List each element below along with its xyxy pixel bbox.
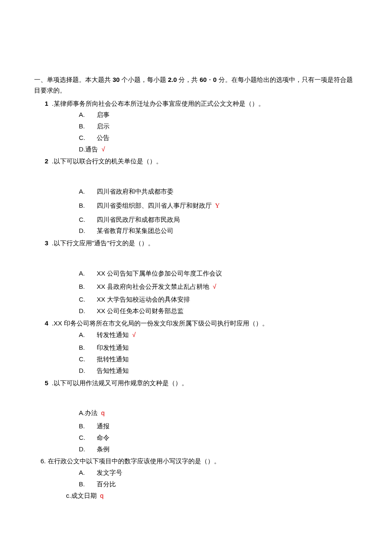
section-intro: 一、单项选择题。本大题共 30 个小题，每小题 2.0 分，共 60・0 分。在…: [34, 75, 358, 96]
question-6: 6.在行政公文中以下项目中的数字应该使用小写汉字的是（）。: [40, 456, 358, 467]
option-text: 转发性通知: [97, 331, 129, 338]
option-text: XX 大学告知校运动会的具体安排: [97, 296, 190, 303]
intro-text: 分，共: [177, 76, 199, 83]
options-q5: A.办法 q B.通报 C.命令 D.条例: [79, 408, 358, 454]
intro-dot: ・: [207, 76, 213, 83]
options-q3: A.XX 公司告知下属单位参加公司年度工作会议 B.XX 县政府向社会公开发文禁…: [79, 268, 358, 317]
option-letter: C.: [79, 354, 97, 365]
intro-text: 一、单项选择题。本大题共: [34, 76, 112, 83]
option-text: XX 县政府向社会公开发文禁止乱占耕地: [97, 283, 209, 290]
option-letter: A.: [79, 468, 97, 478]
question-number: 4: [45, 320, 48, 327]
option-letter: B.: [79, 343, 97, 353]
option-text: 告知性通知: [97, 367, 129, 374]
question-stem: .以下可以用作法规又可用作规章的文种是（）。: [50, 379, 187, 386]
check-icon: q: [98, 492, 104, 499]
question-1: 1 .某律师事务所向社会公布本所迁址办公事宜应使用的正式公文文种是（）。: [45, 99, 358, 109]
check-icon: √: [130, 331, 135, 338]
option-letter: A.: [79, 110, 97, 120]
option-letter: D.: [79, 306, 97, 317]
question-stem: .某律师事务所向社会公布本所迁址办公事宜应使用的正式公文文种是（）。: [50, 100, 264, 107]
option-text: 成文日期: [71, 492, 97, 499]
check-icon: √: [211, 283, 216, 290]
option-text: 发文字号: [97, 469, 122, 476]
option-letter: D.: [79, 444, 97, 455]
option-text: 条例: [97, 445, 110, 453]
question-stem: .以下可以联合行文的机关单位是（）。: [50, 157, 162, 165]
option-text: 公告: [97, 134, 110, 141]
option-letter: C.: [79, 294, 97, 305]
question-4: 4 .XX 印务公司将所在市文化局的一份发文印发所属下级公司执行时应用（）。: [45, 318, 358, 329]
option-text: 四川省政府和中共成都市委: [97, 188, 173, 195]
option-text: 某省教育厅和某集团总公司: [97, 227, 173, 234]
question-number: 6.: [40, 457, 46, 465]
intro-s: 2.0: [168, 76, 177, 83]
option-text: XX 公司告知下属单位参加公司年度工作会议: [97, 270, 222, 277]
option-letter: D.: [79, 366, 97, 376]
intro-n: 30: [112, 76, 120, 83]
option-text: 通报: [97, 422, 110, 430]
option-text: 四川省委组织部、四川省人事厅和财政厅: [97, 202, 212, 209]
option-letter: A.: [79, 408, 85, 418]
option-text: 百分比: [97, 480, 116, 488]
intro-s: 60: [199, 76, 207, 83]
intro-text: 个小题，每小题: [120, 76, 168, 83]
option-text: 批转性通知: [97, 355, 129, 363]
question-stem: .以下行文应用''通告"行文的是（）。: [50, 239, 154, 247]
option-letter: C.: [79, 433, 97, 443]
question-number: 5: [45, 379, 48, 386]
options-q2: A.四川省政府和中共成都市委 B.四川省委组织部、四川省人事厅和财政厅 Y C.…: [79, 186, 358, 236]
option-letter: A.: [79, 330, 97, 340]
check-icon: q: [99, 409, 105, 416]
option-letter: B.: [79, 479, 97, 490]
check-icon: √: [100, 145, 105, 153]
option-text: 办法: [85, 409, 98, 416]
question-5: 5 .以下可以用作法规又可用作规章的文种是（）。: [45, 378, 358, 389]
option-text: 启示: [97, 122, 110, 130]
option-text: 四川省民政厅和成都市民政局: [97, 216, 180, 223]
option-text: 启事: [97, 111, 110, 118]
option-letter: B.: [79, 282, 97, 292]
option-text: 命令: [97, 434, 110, 441]
option-letter: B.: [79, 200, 97, 211]
options-q6-c: c.成文日期 q: [66, 491, 358, 501]
option-text: 印发性通知: [97, 344, 129, 351]
options-q1: A.启事 B.启示 C.公告 D.通告 √: [79, 110, 358, 154]
option-letter: C.: [79, 133, 97, 143]
question-3: 3 .以下行文应用''通告"行文的是（）。: [45, 238, 358, 249]
option-letter: c.: [66, 491, 71, 501]
question-stem: .XX 印务公司将所在市文化局的一份发文印发所属下级公司执行时应用（）。: [50, 320, 268, 327]
check-icon: Y: [213, 202, 220, 209]
option-letter: D.: [79, 226, 97, 236]
question-2: 2 .以下可以联合行文的机关单位是（）。: [45, 156, 358, 167]
option-letter: B.: [79, 121, 97, 132]
option-letter: D.: [79, 144, 85, 155]
option-text: 通告: [85, 145, 98, 153]
question-stem: 在行政公文中以下项目中的数字应该使用小写汉字的是（）。: [48, 457, 220, 465]
option-letter: C.: [79, 215, 97, 225]
question-number: 2: [45, 157, 48, 165]
option-letter: A.: [79, 186, 97, 197]
question-number: 1: [45, 100, 48, 107]
options-q6: A.发文字号 B.百分比: [79, 468, 358, 490]
option-letter: A.: [79, 268, 97, 279]
option-letter: B.: [79, 421, 97, 432]
option-text: XX 公司任免本公司财务部总监: [97, 307, 184, 314]
options-q4: A.转发性通知 √ B.印发性通知 C.批转性通知 D.告知性通知: [79, 330, 358, 376]
question-number: 3: [45, 239, 48, 247]
